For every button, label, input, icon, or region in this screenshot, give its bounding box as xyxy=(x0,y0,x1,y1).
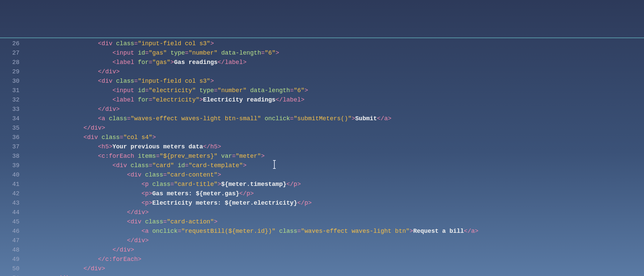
code-line[interactable]: <input id="gas" type="number" data-lengt… xyxy=(25,48,644,58)
token-eq: = xyxy=(149,59,152,66)
token-tag: > xyxy=(200,96,203,103)
token-tag: > xyxy=(243,162,247,169)
token-attr: class xyxy=(116,78,134,84)
token-tag: > xyxy=(152,134,156,141)
token-tag: <div xyxy=(98,40,116,47)
token-txt: Request a bill xyxy=(413,228,464,234)
line-number: 50 xyxy=(0,264,19,273)
token-attr: id xyxy=(138,50,145,56)
token-val: "6" xyxy=(293,87,304,94)
token-tag: </div> xyxy=(127,237,149,244)
code-line[interactable]: </div> xyxy=(25,67,644,76)
token-tag: <input xyxy=(112,50,138,56)
token-tag: </div> xyxy=(98,68,120,75)
code-line[interactable]: </c:forEach> xyxy=(25,255,644,264)
token-eq: = xyxy=(297,228,301,234)
token-tag: </div> xyxy=(84,265,105,272)
token-attr: data-length xyxy=(250,87,290,94)
token-val: "number" xyxy=(218,87,247,94)
token-tag: > xyxy=(218,181,221,188)
line-number: 46 xyxy=(0,226,19,236)
token-val: "gas" xyxy=(149,50,167,56)
line-number: 43 xyxy=(0,198,19,208)
token-txt xyxy=(218,50,221,56)
code-editor[interactable]: 2627282930313233343536373839404142434445… xyxy=(0,38,644,276)
code-area[interactable]: <div class="input-field col s3"> <input … xyxy=(23,38,644,276)
code-line[interactable]: <div class="input-field col s3"> xyxy=(25,76,644,86)
token-attr: type xyxy=(170,50,185,56)
token-eq: = xyxy=(214,87,218,94)
token-val: "input-field col s3" xyxy=(138,40,210,47)
token-attr: items xyxy=(138,153,156,159)
line-number: 29 xyxy=(0,67,19,76)
code-line[interactable]: <p>Gas meters: ${meter.gas}</p> xyxy=(25,189,644,198)
code-line[interactable]: </div> xyxy=(25,236,644,245)
token-tag: > xyxy=(275,50,279,56)
token-val: "card-title" xyxy=(174,181,218,188)
token-eq: = xyxy=(145,50,149,56)
code-line[interactable]: </div> xyxy=(25,123,644,133)
code-line[interactable]: <c:forEach items="${prev_meters}" var="m… xyxy=(25,151,644,161)
token-val: "card" xyxy=(152,162,174,169)
token-eq: = xyxy=(163,218,167,225)
token-tag: <input xyxy=(112,87,138,94)
token-tag: </div> xyxy=(98,106,120,113)
code-line[interactable]: <div class="card" id="card-template"> xyxy=(25,161,644,170)
token-attr: class xyxy=(130,162,149,169)
token-eq: = xyxy=(170,181,174,188)
token-tag: </div> xyxy=(54,275,76,276)
token-eq: = xyxy=(149,162,152,169)
token-val: "submitMeters()" xyxy=(293,115,352,122)
code-line[interactable]: <div class="card-content"> xyxy=(25,170,644,180)
token-val: "card-action" xyxy=(167,218,214,225)
token-tag: </label> xyxy=(218,59,247,66)
line-number: 26 xyxy=(0,39,19,48)
token-attr: data-length xyxy=(221,50,261,56)
token-eq: = xyxy=(145,87,149,94)
code-line[interactable]: <div class="card-action"> xyxy=(25,217,644,226)
token-tag: </h5> xyxy=(203,143,221,150)
code-line[interactable]: <p>Electricity meters: ${meter.electrici… xyxy=(25,198,644,208)
token-jsp: </c:forEach> xyxy=(98,256,142,263)
code-line[interactable]: <h5>Your previous meters data</h5> xyxy=(25,142,644,151)
code-line[interactable]: <div class="col s4"> xyxy=(25,133,644,142)
token-attr: class xyxy=(152,181,170,188)
code-line[interactable]: </div> xyxy=(25,245,644,255)
code-line[interactable]: <a class="waves-effect waves-light btn-s… xyxy=(25,114,644,123)
code-line[interactable]: </div> xyxy=(25,105,644,114)
code-line[interactable]: <label for="electricity">Electricity rea… xyxy=(25,95,644,105)
token-txt xyxy=(247,87,250,94)
token-attr: class xyxy=(116,40,134,47)
line-number: 33 xyxy=(0,105,19,114)
token-tag: </p> xyxy=(297,200,312,206)
token-expr: ${meter.gas} xyxy=(196,190,239,197)
token-tag: </label> xyxy=(275,96,304,103)
code-line[interactable]: </div> xyxy=(25,208,644,217)
token-tag: > xyxy=(214,218,218,225)
token-tag: <a xyxy=(142,228,152,234)
token-attr: class xyxy=(109,115,127,122)
code-line[interactable]: <label for="gas">Gas readings</label> xyxy=(25,58,644,67)
token-eq: = xyxy=(156,153,160,159)
line-number: 49 xyxy=(0,255,19,264)
token-eq: = xyxy=(127,115,130,122)
token-val: "waves-effect waves-light btn" xyxy=(301,228,410,234)
code-line[interactable]: <div class="input-field col s3"> xyxy=(25,39,644,48)
token-tag: <p> xyxy=(142,200,152,206)
token-tag: > xyxy=(170,59,174,66)
token-txt xyxy=(261,115,265,122)
line-number: 28 xyxy=(0,58,19,67)
token-attr: class xyxy=(279,228,297,234)
code-line[interactable]: <p class="card-title">${meter.timestamp}… xyxy=(25,180,644,189)
code-line[interactable]: <input id="electricity" type="number" da… xyxy=(25,86,644,95)
token-attr: type xyxy=(200,87,214,94)
code-line[interactable]: <a onclick="requestBill(${meter.id})" cl… xyxy=(25,226,644,236)
code-line[interactable]: </div> xyxy=(25,264,644,273)
token-tag: </div> xyxy=(84,125,105,131)
token-txt: Gas readings xyxy=(174,59,218,66)
token-val: "requestBill(${meter.id})" xyxy=(181,228,276,234)
token-attr: class xyxy=(145,218,163,225)
code-line[interactable]: </div> xyxy=(25,273,644,276)
token-eq: = xyxy=(178,228,181,234)
token-jsp: > xyxy=(261,153,265,159)
